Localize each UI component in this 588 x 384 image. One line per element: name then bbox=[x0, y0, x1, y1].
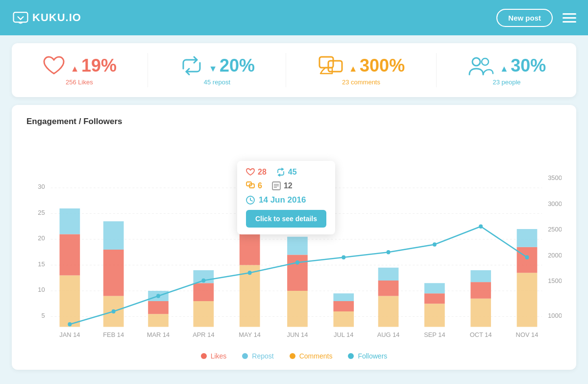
svg-point-5 bbox=[472, 58, 480, 66]
svg-point-78 bbox=[68, 322, 72, 326]
svg-point-80 bbox=[156, 294, 160, 298]
legend-dot-repost bbox=[242, 353, 248, 359]
tooltip-comment-icon bbox=[246, 181, 255, 190]
chart-legend: Likes Repost Comments Followers bbox=[26, 352, 562, 360]
stat-comments-main: ▲ 300% bbox=[318, 55, 405, 77]
svg-rect-36 bbox=[60, 208, 80, 234]
legend-dot-comments bbox=[290, 353, 295, 359]
tooltip-other: 12 bbox=[272, 181, 293, 190]
svg-rect-76 bbox=[517, 229, 538, 247]
legend-label-repost: Repost bbox=[252, 352, 273, 360]
header: KUKU.IO New post bbox=[0, 0, 588, 35]
menu-line-3 bbox=[563, 21, 576, 23]
svg-rect-0 bbox=[14, 12, 28, 22]
stat-repost: ▼ 20% 45 repost bbox=[179, 55, 255, 86]
comment-icon bbox=[318, 55, 344, 77]
stat-likes-value-group: ▲ 19% bbox=[71, 55, 117, 76]
logo: KUKU.IO bbox=[12, 9, 81, 26]
tooltip-repost: 45 bbox=[276, 168, 297, 177]
tooltip-cta-button[interactable]: Click to see details bbox=[246, 210, 326, 228]
svg-point-85 bbox=[387, 250, 391, 254]
likes-percent: 19% bbox=[81, 55, 117, 76]
svg-text:20: 20 bbox=[38, 234, 45, 242]
svg-rect-55 bbox=[287, 255, 308, 291]
svg-text:SEP 14: SEP 14 bbox=[424, 331, 445, 338]
chart-card: Engagement / Followers 28 bbox=[12, 105, 576, 370]
stat-repost-value-group: ▼ 20% bbox=[209, 55, 255, 76]
likes-label: 256 Likes bbox=[66, 78, 93, 86]
repost-icon bbox=[179, 55, 204, 77]
legend-label-likes: Likes bbox=[211, 352, 227, 360]
svg-rect-63 bbox=[378, 281, 399, 296]
svg-rect-74 bbox=[517, 273, 538, 327]
repost-label: 45 repost bbox=[204, 78, 230, 86]
svg-text:JUL 14: JUL 14 bbox=[334, 331, 353, 338]
legend-label-followers: Followers bbox=[358, 352, 387, 360]
tooltip-other-val: 12 bbox=[284, 181, 293, 190]
legend-dot-followers bbox=[348, 353, 354, 359]
svg-point-87 bbox=[479, 225, 483, 229]
svg-rect-54 bbox=[287, 291, 308, 327]
tooltip-heart-icon bbox=[246, 168, 255, 176]
svg-text:2000: 2000 bbox=[548, 251, 562, 258]
svg-point-82 bbox=[248, 271, 252, 275]
menu-line-2 bbox=[563, 17, 576, 19]
svg-point-88 bbox=[525, 256, 529, 259]
tooltip-row-2: 6 12 bbox=[246, 181, 326, 190]
svg-text:30: 30 bbox=[38, 183, 45, 190]
logo-text: KUKU.IO bbox=[32, 11, 81, 24]
tooltip-likes-val: 28 bbox=[258, 168, 267, 177]
stat-followers-value-group: ▲ 30% bbox=[500, 55, 546, 76]
menu-icon[interactable] bbox=[563, 13, 576, 23]
legend-label-comments: Comments bbox=[299, 352, 333, 360]
svg-text:MAY 14: MAY 14 bbox=[239, 331, 261, 338]
svg-text:JAN 14: JAN 14 bbox=[59, 331, 80, 338]
svg-text:5: 5 bbox=[42, 311, 45, 319]
svg-text:FEB 14: FEB 14 bbox=[103, 331, 124, 338]
new-post-button[interactable]: New post bbox=[496, 9, 553, 27]
legend-dot-likes bbox=[201, 353, 207, 359]
svg-rect-34 bbox=[60, 276, 80, 327]
stat-likes-main: ▲ 19% bbox=[42, 55, 117, 77]
repost-percent: 20% bbox=[220, 55, 255, 76]
svg-rect-3 bbox=[319, 57, 333, 68]
chart-title: Engagement / Followers bbox=[26, 117, 562, 127]
tooltip-date-text: 14 Jun 2016 bbox=[259, 195, 306, 205]
svg-point-84 bbox=[342, 256, 345, 259]
stat-comments: ▲ 300% 23 comments bbox=[318, 55, 405, 86]
svg-rect-72 bbox=[470, 270, 491, 282]
svg-point-83 bbox=[295, 260, 299, 264]
svg-text:10: 10 bbox=[38, 286, 45, 293]
likes-arrow: ▲ bbox=[71, 64, 79, 74]
svg-rect-42 bbox=[148, 314, 169, 327]
svg-point-81 bbox=[201, 279, 205, 282]
svg-rect-70 bbox=[470, 299, 491, 327]
legend-followers: Followers bbox=[348, 352, 387, 360]
svg-point-79 bbox=[112, 309, 116, 313]
svg-rect-40 bbox=[103, 221, 124, 250]
svg-rect-64 bbox=[378, 268, 399, 281]
tooltip-clock-icon bbox=[246, 196, 255, 205]
chart-tooltip[interactable]: 28 45 bbox=[237, 161, 335, 234]
divider-1 bbox=[147, 53, 148, 87]
stats-card: ▲ 19% 256 Likes ▼ 20% 45 r bbox=[12, 43, 576, 97]
svg-text:1000: 1000 bbox=[548, 311, 562, 319]
svg-text:15: 15 bbox=[38, 260, 45, 267]
svg-rect-58 bbox=[333, 311, 354, 327]
stat-followers: ▲ 30% 23 people bbox=[467, 55, 546, 86]
svg-text:2500: 2500 bbox=[548, 226, 562, 233]
tooltip-likes: 28 bbox=[246, 168, 267, 177]
repost-arrow: ▼ bbox=[209, 64, 218, 74]
stat-followers-main: ▲ 30% bbox=[467, 55, 546, 77]
svg-line-15 bbox=[250, 200, 252, 201]
svg-rect-66 bbox=[424, 304, 445, 327]
svg-rect-39 bbox=[103, 250, 124, 296]
svg-rect-62 bbox=[378, 296, 399, 327]
comments-percent: 300% bbox=[360, 55, 405, 76]
svg-point-6 bbox=[482, 58, 489, 65]
heart-icon bbox=[42, 55, 66, 77]
svg-rect-56 bbox=[287, 237, 308, 255]
svg-text:1500: 1500 bbox=[548, 277, 562, 284]
comments-arrow: ▲ bbox=[349, 64, 358, 74]
chart-area: 28 45 bbox=[26, 136, 562, 344]
